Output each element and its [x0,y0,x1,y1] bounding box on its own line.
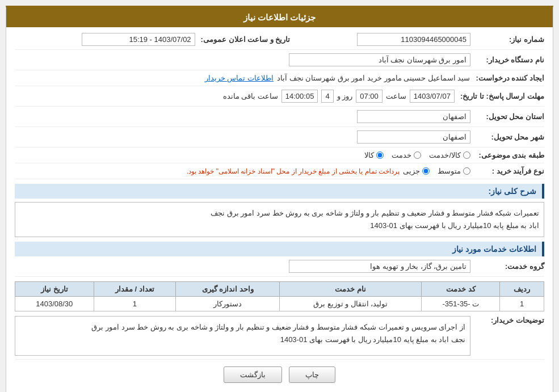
print-button[interactable]: چاپ [289,366,335,383]
cell-row: 1 [500,297,544,311]
need-description: تعمیرات شبکه فشار متوسط و فشار ضعیف و تن… [15,202,544,237]
delivery-city-value: اصفهان [357,130,470,144]
buyer-desc-value: از اجرای سرویس و تعمیرات شبکه فشار متوسط… [15,316,470,356]
table-row: 1ت -35-351-تولید، انتقال و توزیع برقدستو… [15,297,544,311]
cell-code: ت -35-351- [422,297,500,311]
response-days-label: روز و [337,92,353,100]
buyer-org-label: نام دستگاه خریدار: [470,56,544,64]
need-number-label: شماره نیاز: [470,35,544,44]
cell-qty: 1 [94,297,176,311]
contact-link[interactable]: اطلاعات تماس خریدار [205,74,274,82]
category-label: طبقه بندی موضوعی: [470,151,544,159]
col-name: نام خدمت [279,282,421,297]
back-button[interactable]: بازگشت [224,366,282,383]
buyer-org-value: امور برق شهرستان نجف آباد [289,53,470,66]
need-number-value: 1103094465000045 [357,33,470,46]
buyer-desc-label: توضیحات خریدار: [470,316,544,324]
response-days: 4 [321,90,333,103]
response-time: 07:00 [356,90,383,103]
response-time-label: ساعت [386,92,406,100]
category-kala[interactable]: کالا [364,151,384,159]
delivery-province-label: استان محل تحویل: [470,112,544,121]
section-need-title: شرح کلی نیاز: [15,184,544,199]
category-kala-khedmat[interactable]: کالا/خدمت [429,151,470,159]
creator-value: سید اسماعیل حسینی مامور خرید امور برق شه… [277,74,470,82]
cell-name: تولید، انتقال و توزیع برق [279,297,421,311]
delivery-province-value: اصفهان [357,110,470,123]
purchase-note: پرداخت تمام یا بخشی از مبلغ خریدار از مح… [187,167,400,175]
section-services-title: اطلاعات خدمات مورد نیاز [15,242,544,256]
purchase-type-label: نوع فرآیند خرید : [470,167,544,175]
cell-unit: دستورکار [176,297,280,311]
cell-date: 1403/08/30 [15,297,94,311]
response-deadline-label: مهلت ارسال پاسخ: تا تاریخ: [455,92,544,100]
col-row: ردیف [500,282,544,297]
response-date: 1403/07/07 [410,90,455,103]
col-unit: واحد اندازه گیری [176,282,280,297]
category-khedmat[interactable]: خدمت [392,151,421,159]
service-group-value: تامین برق، گاز، بخار و تهویه هوا [289,260,470,273]
service-group-label: گروه خدمت: [470,262,544,271]
purchase-motovaset[interactable]: متوسط [438,167,470,175]
page-title: جزئیات اطلاعات نیاز [6,8,553,27]
col-qty: تعداد / مقدار [94,282,176,297]
col-code: کد خدمت [422,282,500,297]
col-date: تاریخ نیاز [15,282,94,297]
creator-label: ایجاد کننده درخواست: [470,74,544,82]
response-remaining: 14:00:05 [281,90,318,103]
response-remaining-label: ساعت باقی مانده [223,92,278,100]
announcement-date-label: تاریخ و ساعت اعلان عمومی: [195,35,291,44]
purchase-jozvi[interactable]: جزیی [403,167,430,175]
services-table: ردیف کد خدمت نام خدمت واحد اندازه گیری ت… [15,281,544,311]
delivery-city-label: شهر محل تحویل: [470,133,544,141]
announcement-date-value: 1403/07/02 - 15:19 [82,33,195,46]
